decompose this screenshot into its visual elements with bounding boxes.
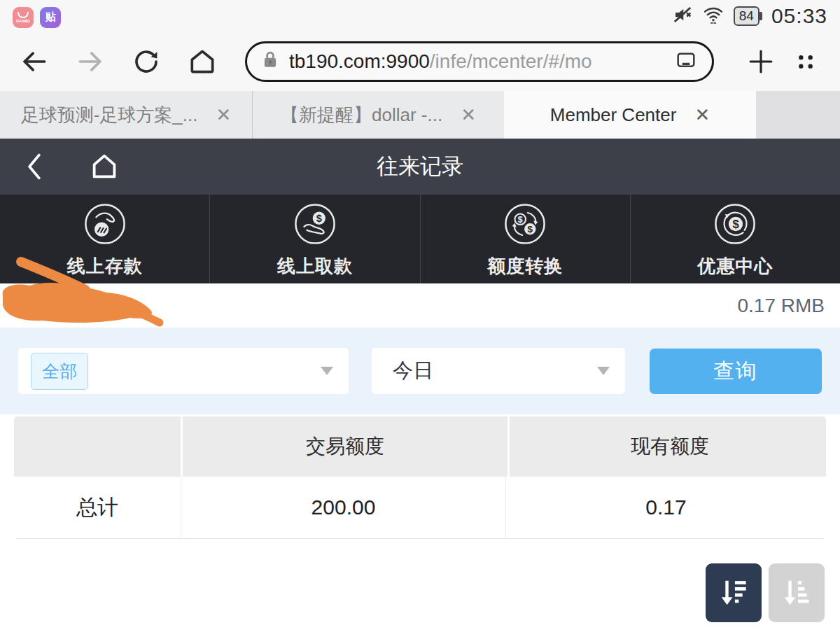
sort-descending-button[interactable] bbox=[706, 563, 762, 622]
huawei-label: HUAWEI bbox=[16, 20, 30, 23]
tab-label: 【新提醒】dollar -... bbox=[281, 103, 442, 127]
refresh-button[interactable] bbox=[130, 45, 162, 78]
menu-item-transfer[interactable]: $$ 额度转换 bbox=[421, 195, 631, 283]
svg-text:$: $ bbox=[518, 214, 524, 225]
forward-button[interactable] bbox=[74, 45, 106, 78]
back-chevron-button[interactable] bbox=[24, 151, 45, 182]
page-title: 往来记录 bbox=[0, 152, 840, 181]
tab-member-center[interactable]: Member Center ✕ bbox=[504, 91, 756, 139]
type-filter-selected-chip: 全部 bbox=[31, 353, 88, 390]
tieba-glyph: 贴 bbox=[46, 10, 56, 24]
type-filter-dropdown[interactable]: 全部 bbox=[18, 348, 349, 394]
date-filter-selected: 今日 bbox=[393, 357, 433, 385]
balance-amount: 0.17 RMB bbox=[738, 295, 825, 317]
close-icon[interactable]: ✕ bbox=[461, 106, 476, 124]
header-cell-transaction: 交易额度 bbox=[183, 416, 507, 477]
close-icon[interactable]: ✕ bbox=[694, 106, 710, 124]
screen: HUAWEI 贴 84 05:33 bbox=[0, 0, 840, 639]
orange-scribble-annotation bbox=[0, 251, 175, 331]
filter-bar: 全部 今日 查询 bbox=[0, 328, 840, 414]
url-text: tb190.com:9900/infe/mcenter/#/mo bbox=[289, 50, 674, 73]
svg-text:$: $ bbox=[528, 224, 533, 234]
svg-text:$: $ bbox=[316, 213, 322, 224]
url-path: /infe/mcenter/#/mo bbox=[430, 50, 592, 72]
content-area: 交易额度 现有额度 总计 200.00 0.17 bbox=[0, 414, 840, 639]
menu-item-promo[interactable]: $ 优惠中心 bbox=[631, 195, 840, 283]
menu-item-withdraw[interactable]: $ 线上取款 bbox=[210, 195, 420, 283]
sort-ascending-icon bbox=[780, 576, 813, 610]
deposit-icon bbox=[83, 202, 127, 248]
tab-label: Member Center bbox=[550, 104, 677, 126]
battery-nub bbox=[760, 12, 762, 20]
query-button[interactable]: 查询 bbox=[650, 349, 822, 394]
table-header-row: 交易额度 现有额度 bbox=[14, 416, 826, 477]
mute-icon bbox=[672, 4, 693, 28]
tab-dollar[interactable]: 【新提醒】dollar -... ✕ bbox=[252, 91, 504, 139]
new-tab-button[interactable] bbox=[745, 45, 777, 78]
url-bar[interactable]: tb190.com:9900/infe/mcenter/#/mo bbox=[245, 41, 714, 82]
row-transaction-amount: 200.00 bbox=[181, 477, 505, 538]
table-row: 总计 200.00 0.17 bbox=[14, 477, 826, 539]
summary-table: 交易额度 现有额度 总计 200.00 0.17 bbox=[14, 416, 826, 539]
tab-label: 足球预测-足球方案_... bbox=[21, 103, 198, 127]
lock-icon bbox=[261, 50, 279, 73]
home-button[interactable] bbox=[186, 45, 218, 78]
chevron-down-icon bbox=[321, 367, 333, 375]
tab-strip-filler bbox=[756, 91, 840, 139]
url-host: tb190.com:9900 bbox=[289, 50, 430, 72]
close-icon[interactable]: ✕ bbox=[216, 106, 232, 124]
page-header: 往来记录 bbox=[0, 139, 840, 195]
row-current-amount: 0.17 bbox=[505, 477, 826, 538]
tieba-icon: 贴 bbox=[40, 7, 61, 28]
svg-text:$: $ bbox=[733, 218, 739, 230]
back-button[interactable] bbox=[18, 45, 50, 78]
tab-football[interactable]: 足球预测-足球方案_... ✕ bbox=[0, 91, 252, 139]
header-cell-current: 现有额度 bbox=[510, 416, 826, 477]
status-bar: HUAWEI 贴 84 05:33 bbox=[0, 0, 840, 31]
header-cell-blank bbox=[14, 416, 181, 477]
wifi-icon bbox=[702, 4, 724, 28]
transfer-icon: $$ bbox=[503, 202, 547, 248]
home-nav-button[interactable] bbox=[88, 150, 120, 183]
huawei-appgallery-icon: HUAWEI bbox=[13, 7, 34, 28]
battery-indicator: 84 bbox=[734, 6, 762, 26]
menu-label: 优惠中心 bbox=[697, 254, 773, 279]
withdraw-icon: $ bbox=[293, 202, 337, 248]
row-label-total: 总计 bbox=[14, 477, 181, 538]
promo-icon: $ bbox=[713, 202, 757, 248]
clock-text: 05:33 bbox=[771, 4, 827, 28]
sort-controls bbox=[706, 563, 825, 622]
browser-navbar: tb190.com:9900/infe/mcenter/#/mo bbox=[0, 31, 840, 91]
tabs-menu-button[interactable] bbox=[790, 45, 822, 78]
tab-strip: 足球预测-足球方案_... ✕ 【新提醒】dollar -... ✕ Membe… bbox=[0, 91, 840, 139]
menu-label: 线上取款 bbox=[277, 254, 353, 279]
notification-badges: HUAWEI 贴 bbox=[13, 4, 61, 28]
date-filter-dropdown[interactable]: 今日 bbox=[372, 348, 625, 394]
desktop-mode-icon[interactable] bbox=[674, 49, 698, 74]
smile-glyph bbox=[18, 12, 29, 18]
status-indicators: 84 05:33 bbox=[672, 4, 827, 28]
sort-ascending-button[interactable] bbox=[769, 563, 825, 622]
battery-level: 84 bbox=[734, 6, 760, 26]
chevron-down-icon bbox=[597, 367, 610, 375]
menu-label: 额度转换 bbox=[487, 254, 563, 279]
sort-descending-icon bbox=[718, 576, 750, 610]
